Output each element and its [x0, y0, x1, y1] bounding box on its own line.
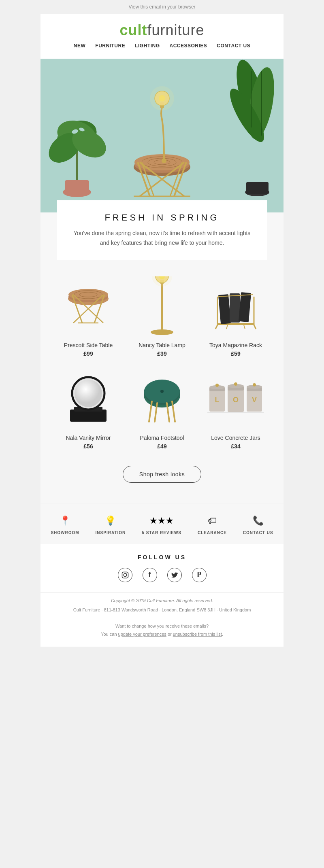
fresh-in-spring-box: FRESH IN SPRING You've done the spring c…: [57, 200, 267, 260]
product-toya[interactable]: Toya Magazine Rack £59: [204, 276, 267, 357]
instagram-button[interactable]: [118, 568, 132, 582]
svg-rect-2: [65, 180, 89, 194]
svg-point-35: [150, 86, 174, 110]
svg-point-90: [253, 383, 256, 386]
product-love-jars-price: £34: [204, 443, 267, 450]
nav-item-furniture[interactable]: FURNITURE: [95, 43, 125, 49]
nav-item-accessories[interactable]: ACCESSORIES: [170, 43, 207, 49]
svg-point-52: [152, 276, 172, 287]
products-section: Prescott Side Table £99: [40, 272, 284, 503]
clearance-label: CLEARANCE: [198, 531, 227, 535]
logo: cultfurniture: [40, 22, 284, 39]
svg-rect-57: [230, 293, 240, 323]
nav-item-lighting[interactable]: LIGHTING: [135, 43, 160, 49]
product-toya-price: £59: [204, 350, 267, 357]
follow-us-section: FOLLOW US f P: [40, 544, 284, 592]
social-icons-group: f P: [40, 568, 284, 582]
product-paloma[interactable]: Paloma Footstool £49: [130, 369, 194, 450]
copyright-line4: You can update your preferences or unsub…: [53, 630, 271, 639]
contact-label: CONTACT US: [243, 531, 273, 535]
svg-rect-16: [246, 182, 269, 194]
products-row-2: Nala Vanity Mirror £56: [57, 369, 267, 450]
product-nala[interactable]: Nala Vanity Mirror £56: [57, 369, 120, 450]
copyright-line2: Cult Furniture · 811-813 Wandsworth Road…: [53, 606, 271, 614]
svg-line-63: [244, 325, 245, 329]
svg-rect-56: [218, 294, 231, 324]
header: cultfurniture NEW FURNITURE LIGHTING ACC…: [40, 14, 284, 59]
svg-line-62: [226, 325, 228, 329]
nav-item-contact[interactable]: CONTACT US: [217, 43, 250, 49]
svg-point-95: [126, 573, 127, 574]
footer-icon-reviews[interactable]: ★★★ 5 STAR REVIEWS: [142, 516, 181, 536]
hero-section: FRESH IN SPRING You've done the spring c…: [40, 212, 284, 272]
view-in-browser-link[interactable]: View this email in your browser: [128, 4, 195, 10]
footer-icons-bar: 📍 SHOWROOM 💡 INSPIRATION ★★★ 5 STAR REVI…: [40, 503, 284, 544]
hero-title: FRESH IN SPRING: [69, 212, 255, 223]
product-toya-image: [204, 276, 267, 337]
svg-point-85: [234, 382, 237, 386]
reviews-label: 5 STAR REVIEWS: [142, 531, 181, 535]
shop-fresh-looks-button[interactable]: Shop fresh looks: [123, 466, 201, 483]
product-prescott-name: Prescott Side Table: [57, 342, 120, 348]
footer-icon-inspiration[interactable]: 💡 INSPIRATION: [96, 516, 126, 536]
products-row-1: Prescott Side Table £99: [57, 276, 267, 357]
product-paloma-image: [130, 369, 194, 430]
showroom-label: SHOWROOM: [51, 531, 79, 535]
svg-line-61: [254, 325, 256, 329]
product-nancy-name: Nancy Table Lamp: [130, 342, 194, 348]
product-nala-price: £56: [57, 443, 120, 450]
copyright-line1: Copyright © 2019 Cult Furniture. All rig…: [53, 597, 271, 605]
svg-text:V: V: [252, 396, 257, 404]
product-nala-name: Nala Vanity Mirror: [57, 435, 120, 441]
phone-icon: 📞: [243, 516, 273, 526]
svg-text:L: L: [215, 396, 220, 404]
svg-rect-93: [122, 572, 128, 578]
footer-icon-contact[interactable]: 📞 CONTACT US: [243, 516, 273, 536]
product-paloma-name: Paloma Footstool: [130, 435, 194, 441]
svg-point-80: [215, 384, 219, 387]
product-nancy-image: [130, 276, 194, 337]
product-nancy[interactable]: Nancy Table Lamp £39: [130, 276, 194, 357]
pinterest-button[interactable]: P: [192, 568, 207, 582]
update-preferences-link[interactable]: update your preferences: [118, 632, 166, 637]
product-love-jars-name: Love Concrete Jars: [204, 435, 267, 441]
copyright-line3: Want to change how you receive these ema…: [53, 622, 271, 630]
svg-line-60: [215, 325, 217, 329]
product-paloma-price: £49: [130, 443, 194, 450]
nav-item-new[interactable]: NEW: [74, 43, 86, 49]
logo-furniture: furniture: [147, 22, 204, 38]
product-prescott-price: £99: [57, 350, 120, 357]
shop-button-wrapper: Shop fresh looks: [57, 462, 267, 495]
location-icon: 📍: [51, 516, 79, 526]
product-toya-name: Toya Magazine Rack: [204, 342, 267, 348]
tag-icon: 🏷: [198, 516, 227, 526]
product-prescott[interactable]: Prescott Side Table £99: [57, 276, 120, 357]
unsubscribe-link[interactable]: unsubscribe from this list: [173, 632, 222, 637]
product-love-jars-image: L O V: [204, 369, 267, 430]
footer-icon-showroom[interactable]: 📍 SHOWROOM: [51, 516, 79, 536]
svg-rect-58: [239, 292, 251, 322]
hero-image: [40, 59, 284, 212]
twitter-button[interactable]: [167, 568, 182, 582]
product-nancy-price: £39: [130, 350, 194, 357]
inspiration-icon: 💡: [96, 516, 126, 526]
follow-us-title: FOLLOW US: [40, 554, 284, 560]
copyright-section: Copyright © 2019 Cult Furniture. All rig…: [40, 592, 284, 647]
svg-point-94: [124, 573, 127, 577]
svg-point-72: [160, 390, 164, 393]
logo-cult: cult: [119, 22, 147, 38]
inspiration-label: INSPIRATION: [96, 531, 126, 535]
product-love-jars[interactable]: L O V: [204, 369, 267, 450]
product-nala-image: [57, 369, 120, 430]
main-nav: NEW FURNITURE LIGHTING ACCESSORIES CONTA…: [40, 39, 284, 55]
hero-description: You've done the spring clean, now it's t…: [69, 229, 255, 248]
product-prescott-image: [57, 276, 120, 337]
footer-icon-clearance[interactable]: 🏷 CLEARANCE: [198, 516, 227, 536]
svg-point-68: [75, 380, 102, 407]
svg-text:O: O: [233, 396, 239, 404]
facebook-button[interactable]: f: [143, 568, 157, 582]
stars-icon: ★★★: [142, 516, 181, 526]
